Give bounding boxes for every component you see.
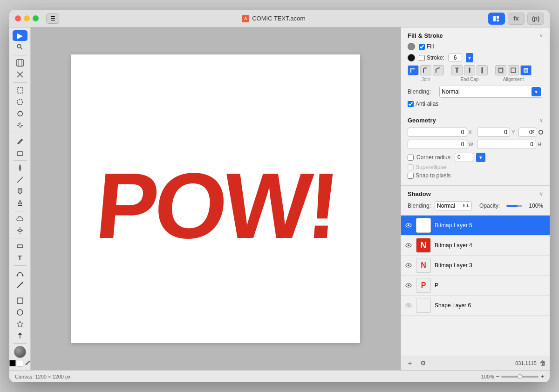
geo-w-input[interactable] [408, 140, 467, 149]
join-miter-btn[interactable] [408, 65, 419, 75]
canvas-size-label: Canvas: 1200 × 1200 px [15, 374, 71, 379]
fill-stroke-collapse[interactable]: ∨ [539, 33, 543, 39]
fx-button[interactable]: fx [508, 13, 525, 25]
superellipse-checkbox[interactable] [408, 164, 414, 170]
line2-tool[interactable] [13, 280, 27, 291]
stroke-value-input[interactable] [448, 54, 462, 62]
geo-y-input[interactable] [477, 128, 511, 137]
stroke-color-dot[interactable] [408, 54, 415, 61]
svg-point-11 [17, 99, 23, 105]
layer-eye-4[interactable] [405, 302, 412, 309]
crop-tool[interactable] [13, 58, 27, 68]
maximize-button[interactable] [33, 15, 39, 21]
shadow-blending-select[interactable]: Normal ⬆⬇ [435, 201, 472, 210]
layer-eye-0[interactable] [405, 222, 412, 229]
fill-color-dot[interactable] [408, 43, 415, 50]
antialias-checkbox[interactable] [408, 101, 414, 107]
geo-x-input[interactable] [408, 128, 467, 137]
fill-checkbox[interactable] [419, 44, 425, 50]
layer-name-2: Bitmap Layer 3 [435, 262, 546, 269]
transform-tool[interactable] [13, 69, 27, 80]
minimize-button[interactable] [24, 15, 30, 21]
antialias-label[interactable]: Anti-alias [408, 101, 438, 107]
layer-item-1[interactable]: N Bitmap Layer 4 [401, 236, 550, 256]
svg-point-56 [408, 284, 409, 286]
zoom-tool[interactable] [13, 42, 27, 53]
join-bevel-btn[interactable] [433, 65, 444, 75]
star-tool[interactable] [13, 318, 27, 329]
layer-thumb-0 [416, 218, 431, 233]
paint-bucket-tool[interactable] [13, 186, 27, 197]
ellipse-select-tool[interactable] [13, 96, 27, 107]
background-color-swatch[interactable] [17, 360, 23, 366]
zoom-slider[interactable] [501, 376, 539, 378]
stroke-checkbox[interactable] [419, 55, 425, 61]
canvas-area[interactable]: POW! [31, 27, 401, 370]
geo-angle-input[interactable] [518, 128, 537, 137]
blending-select[interactable]: Normal ▼ [439, 86, 543, 98]
align-inside-btn[interactable] [495, 65, 506, 75]
endcap-square-btn[interactable] [477, 65, 488, 75]
layer-eye-2[interactable] [405, 262, 412, 269]
shadow-collapse[interactable]: ∨ [539, 191, 543, 197]
pen-tool[interactable] [13, 163, 27, 174]
eraser-tool[interactable] [13, 147, 27, 158]
endcap-butt-btn[interactable] [451, 65, 463, 75]
sun-tool[interactable] [13, 225, 27, 236]
p-button[interactable]: (p) [527, 13, 544, 25]
fill-row: Fill [408, 43, 543, 50]
layer-eye-1[interactable] [405, 242, 412, 249]
geometry-collapse[interactable]: ∨ [539, 117, 543, 123]
sidebar-toggle-button[interactable]: ☰ [46, 14, 59, 24]
close-button[interactable] [15, 15, 21, 21]
layer-item-2[interactable]: N Bitmap Layer 3 [401, 256, 550, 276]
cloud-tool[interactable] [13, 213, 27, 224]
align-center-btn[interactable] [508, 65, 519, 75]
color-swatches[interactable] [9, 359, 31, 367]
magic-wand-tool[interactable] [13, 120, 27, 130]
align-outside-btn[interactable] [520, 65, 532, 75]
stroke-arrow-button[interactable]: ▼ [466, 53, 473, 62]
line-tool[interactable] [13, 175, 27, 185]
brush-tool[interactable] [13, 135, 27, 146]
ellipse2-tool[interactable] [13, 307, 27, 318]
stamp-tool[interactable] [13, 198, 27, 209]
layer-item-4[interactable]: Shape Layer 6 [401, 296, 550, 316]
delete-layer-button[interactable]: 🗑 [539, 359, 546, 367]
svg-point-54 [408, 264, 409, 266]
geo-h-input[interactable] [477, 140, 537, 149]
corner-radius-checkbox[interactable] [408, 155, 414, 161]
bezier-tool[interactable] [13, 268, 27, 279]
blending-value: Normal [442, 88, 460, 95]
foreground-color-swatch[interactable] [9, 360, 16, 366]
tool-icon-button[interactable] [488, 13, 505, 25]
color-preview[interactable] [13, 346, 27, 358]
join-round-btn[interactable] [420, 65, 431, 75]
layer-settings-button[interactable]: ⚙ [418, 358, 428, 368]
color-circle [14, 346, 26, 358]
eyedropper-icon[interactable] [24, 360, 31, 366]
svg-point-18 [21, 139, 22, 140]
rect2-tool[interactable] [13, 295, 27, 306]
layer-item-0[interactable]: Bitmap Layer 5 [401, 216, 550, 236]
text-tool[interactable]: T [13, 252, 27, 263]
zoom-controls: 100% − + [481, 373, 544, 380]
status-bar: Canvas: 1200 × 1200 px 100% − + [9, 370, 550, 382]
rect-select-tool[interactable] [13, 85, 27, 95]
corner-radius-arrow-button[interactable]: ▼ [476, 153, 485, 162]
rect-shape-tool[interactable] [13, 241, 27, 251]
layer-eye-3[interactable] [405, 282, 412, 289]
corner-radius-input[interactable] [455, 153, 473, 162]
arrow-tool[interactable] [13, 330, 27, 341]
add-layer-button[interactable]: + [405, 358, 415, 368]
zoom-in-button[interactable]: + [540, 373, 544, 380]
geo-angle-dot[interactable] [539, 130, 543, 135]
lasso-tool[interactable] [13, 108, 27, 119]
selection-tool[interactable]: ▶ [13, 30, 27, 41]
snap-pixels-checkbox[interactable] [408, 173, 414, 179]
shadow-opacity-slider[interactable] [506, 205, 522, 207]
fill-checkbox-label[interactable]: Fill [419, 43, 434, 50]
layer-item-3[interactable]: P P [401, 276, 550, 296]
zoom-out-button[interactable]: − [496, 373, 500, 380]
endcap-round-btn[interactable] [464, 65, 475, 75]
